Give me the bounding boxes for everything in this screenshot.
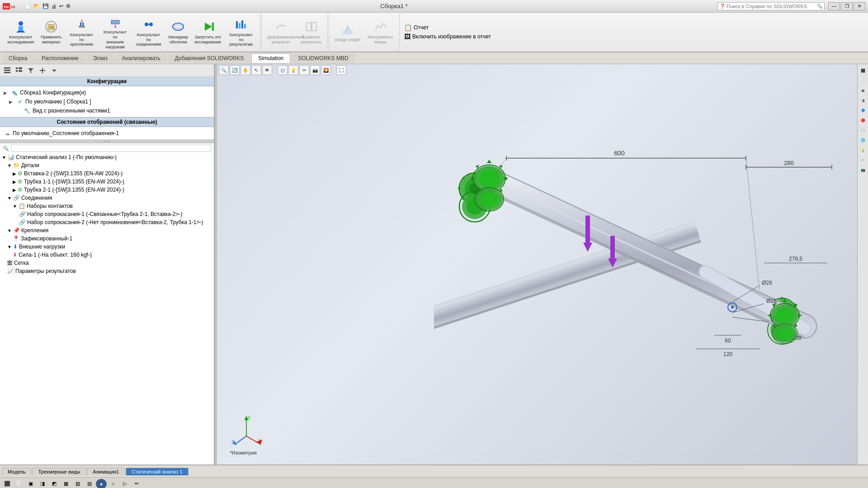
tab-3d-views[interactable]: Трехмерные виды xyxy=(32,468,86,475)
study-advisor-button[interactable]: Консультант исследования xyxy=(5,13,37,51)
plus-btn[interactable] xyxy=(37,66,48,75)
tab-sketch[interactable]: Эскиз xyxy=(86,53,114,63)
analysis-root[interactable]: ▼ 📊 Статический анализ 1 (-По умолчанию-… xyxy=(0,153,214,161)
bt-btn-7[interactable]: ▧ xyxy=(72,479,83,488)
settings-button[interactable]: ⚙ xyxy=(66,3,71,9)
tab-simulation[interactable]: Simulation xyxy=(251,53,290,63)
rmt-btn-2[interactable]: ⬜ xyxy=(859,76,868,85)
rmt-btn-6[interactable]: 🔴 xyxy=(859,116,868,125)
insert-item[interactable]: ▶ ⚙ Вставка-2 (-[SW]3.1355 (EN-AW 2024)-… xyxy=(0,169,214,178)
mesh-item[interactable]: 🕸 Сетка xyxy=(0,259,214,267)
tube2-item[interactable]: ▶ ⚙ Трубка 2-1 (-[SW]3.1355 (EN-AW 2024)… xyxy=(0,186,214,194)
config-default[interactable]: ▶ ✔ По умолчанию [ Сборка1 ] xyxy=(0,97,214,106)
tab-animation1[interactable]: Анимация1 xyxy=(87,468,125,475)
bt-btn-12[interactable]: ✏ xyxy=(131,479,142,488)
quick-access-toolbar[interactable]: 📄 📂 💾 🖨 ↩ ⚙ xyxy=(24,3,71,9)
vp-view-btn[interactable]: 👁 xyxy=(262,65,272,75)
connection-advisor-button[interactable]: Консультант посоединениям xyxy=(132,13,165,51)
shell-manager-button[interactable]: Менеджероболочки xyxy=(166,13,191,51)
rmt-btn-10[interactable]: ✏ xyxy=(859,155,868,164)
results-advisor-button[interactable]: Консультант порезультатам xyxy=(225,13,257,51)
include-image-button[interactable]: 🖼 Включить изображение в отчет xyxy=(404,33,491,40)
vp-select-btn[interactable]: ↖ xyxy=(251,65,261,75)
design-insight-button[interactable]: Design Insight xyxy=(332,20,363,44)
rmt-btn-9[interactable]: 💡 xyxy=(859,145,868,155)
bt-btn-9[interactable]: ● xyxy=(96,479,107,488)
vp-rotate-btn[interactable]: 🔄 xyxy=(230,65,240,75)
open-button[interactable]: 📂 xyxy=(33,3,40,9)
run-study-button[interactable]: Запустить этоисследование xyxy=(192,13,224,51)
search-box[interactable]: ❓ 🔍 xyxy=(717,2,825,10)
connections-item[interactable]: ▼ 🔗 Соединения xyxy=(0,194,214,202)
search-input[interactable] xyxy=(726,4,817,9)
bt-btn-11[interactable]: ▷ xyxy=(119,479,130,488)
window-controls[interactable]: — ❐ ✕ xyxy=(828,2,865,10)
vp-section-btn[interactable]: ✂ xyxy=(299,65,309,75)
fixtures-item[interactable]: ▼ 📌 Крепления xyxy=(0,226,214,235)
compare-results-button[interactable]: Сравнитьрезультаты xyxy=(298,18,325,47)
search-submit-icon[interactable]: 🔍 xyxy=(817,4,822,9)
tab-solidworks-addins[interactable]: Добавления SOLIDWORKS xyxy=(168,53,251,63)
tab-layout[interactable]: Расположение xyxy=(35,53,85,63)
bt-btn-6[interactable]: ▦ xyxy=(61,479,71,488)
details-item[interactable]: ▼ 📁 Детали xyxy=(0,161,214,169)
bt-btn-10[interactable]: ○ xyxy=(108,479,118,488)
bt-btn-1[interactable]: ⬛ xyxy=(2,479,13,488)
viewport[interactable]: 🔍 🔄 ✋ ↖ 👁 ◻ 💡 ✂ 📷 🌄 ⛶ ⬛ ⬜ ▣ ◨ 🔷 🔴 ▢ 🌐 💡 xyxy=(217,64,868,465)
vp-display-btn[interactable]: ◻ xyxy=(278,65,288,75)
loads-item[interactable]: ▼ ⬇ Внешние нагрузки xyxy=(0,243,214,251)
config-exploded[interactable]: 🔧 Вид с разнесенными частями1 xyxy=(0,106,214,115)
fixed1-item[interactable]: 📍 Зафиксированный-1 xyxy=(0,235,214,243)
tube1-item[interactable]: ▶ ⚙ Трубка 1-1 (-[SW]3.1355 (EN-AW 2024)… xyxy=(0,178,214,186)
bt-btn-2[interactable]: ⬜ xyxy=(14,479,24,488)
close-button[interactable]: ✕ xyxy=(854,2,865,10)
epure-tools-button[interactable]: Инструменты эпюры xyxy=(364,18,396,47)
vp-pan-btn[interactable]: ✋ xyxy=(241,65,250,75)
contact-sets-item[interactable]: ▼ 📋 Наборы контактов xyxy=(0,202,214,210)
restore-button[interactable]: ❐ xyxy=(841,2,853,10)
tab-model[interactable]: Модель xyxy=(2,468,31,475)
vp-camera-btn[interactable]: 📷 xyxy=(310,65,320,75)
filter-btn[interactable] xyxy=(25,66,36,75)
config-tree-root[interactable]: ▶ 🔩 Сборка1 Конфигурация(и) xyxy=(0,88,214,97)
vp-light-btn[interactable]: 💡 xyxy=(288,65,298,75)
panel-divider[interactable]: • • • xyxy=(0,140,214,143)
report-button[interactable]: 📋 Отчет xyxy=(404,24,491,31)
apply-material-button[interactable]: Fe Применитьматериал xyxy=(38,13,65,51)
rmt-btn-5[interactable]: 🔷 xyxy=(859,106,868,115)
rmt-btn-8[interactable]: 🌐 xyxy=(859,136,868,145)
bt-btn-8[interactable]: ▤ xyxy=(84,479,95,488)
tab-static-analysis[interactable]: Статический анализ 1 xyxy=(126,468,189,475)
bt-btn-5[interactable]: ◩ xyxy=(49,479,60,488)
collapse-btn[interactable] xyxy=(49,66,60,75)
vp-scene-btn[interactable]: 🌄 xyxy=(321,65,331,75)
rmt-btn-4[interactable]: ◨ xyxy=(859,96,868,105)
save-button[interactable]: 💾 xyxy=(42,3,49,9)
bt-btn-4[interactable]: ◨ xyxy=(37,479,48,488)
load-advisor-button[interactable]: Консультант повнешним нагрузкам xyxy=(99,13,132,51)
contact1-item[interactable]: 🔗 Набор сопрокасания-1 (-Связанные<Трубк… xyxy=(0,210,214,218)
tree-view-btn[interactable] xyxy=(2,66,13,75)
bt-btn-3[interactable]: ▣ xyxy=(25,479,36,488)
tab-assembly[interactable]: Сборка xyxy=(2,53,34,63)
list-view-btn[interactable] xyxy=(14,66,24,75)
fixture-advisor-button[interactable]: Консультант покреплениям xyxy=(66,13,98,51)
state-default[interactable]: ☁ По умолчанию_Состояние отображения-1 xyxy=(0,129,214,138)
rmt-btn-7[interactable]: ▢ xyxy=(859,126,868,135)
print-button[interactable]: 🖨 xyxy=(52,4,57,9)
result-params-item[interactable]: 📈 Параметры результатов xyxy=(0,267,214,275)
minimize-button[interactable]: — xyxy=(828,2,840,10)
deformed-result-button[interactable]: Деформированныйрезультат xyxy=(264,18,297,47)
tab-analyze[interactable]: Анализировать xyxy=(115,53,167,63)
rmt-btn-1[interactable]: ⬛ xyxy=(859,66,868,75)
rmt-btn-3[interactable]: ▣ xyxy=(859,86,868,95)
undo-button[interactable]: ↩ xyxy=(59,3,63,9)
force1-item[interactable]: ⬇ Сила-1 (-На объект: 160 kgf-) xyxy=(0,251,214,259)
vp-maximize-btn[interactable]: ⛶ xyxy=(336,65,346,75)
tree-filter-input[interactable] xyxy=(11,145,211,152)
contact2-item[interactable]: 🔗 Набор сопрокасания-2 (-Нет проникновен… xyxy=(0,218,214,226)
new-button[interactable]: 📄 xyxy=(24,3,31,9)
rmt-btn-11[interactable]: 📺 xyxy=(859,165,868,174)
vp-zoom-btn[interactable]: 🔍 xyxy=(219,65,229,75)
tab-mbd[interactable]: SOLIDWORKS MBD xyxy=(291,53,355,63)
